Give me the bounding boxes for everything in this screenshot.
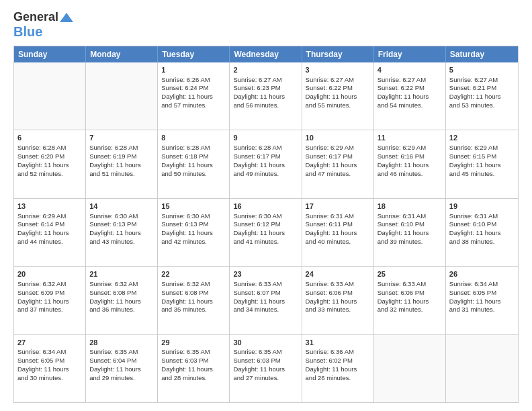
logo: General Blue — [13, 11, 73, 39]
logo-icon — [60, 13, 73, 22]
cell-info-line: Sunset: 6:06 PM — [378, 289, 442, 298]
day-number: 6 — [17, 133, 82, 143]
cell-info-line: and 42 minutes. — [161, 238, 226, 246]
logo-blue: Blue — [13, 24, 42, 39]
cell-info-line: Sunrise: 6:28 AM — [89, 144, 154, 152]
cell-info-line: Sunset: 6:03 PM — [161, 357, 226, 365]
calendar-week-3: 13Sunrise: 6:29 AMSunset: 6:14 PMDayligh… — [14, 199, 518, 267]
calendar-day-24: 24Sunrise: 6:33 AMSunset: 6:06 PMDayligh… — [302, 267, 374, 334]
day-header-friday: Friday — [374, 46, 446, 62]
cell-info-line: Sunrise: 6:29 AM — [17, 212, 82, 221]
cell-info-line: Daylight: 11 hours — [161, 161, 226, 170]
calendar-day-7: 7Sunrise: 6:28 AMSunset: 6:19 PMDaylight… — [86, 130, 158, 197]
cell-info-line: Sunrise: 6:27 AM — [233, 76, 298, 85]
calendar-day-5: 5Sunrise: 6:27 AMSunset: 6:21 PMDaylight… — [446, 62, 518, 130]
cell-info-line: Daylight: 11 hours — [378, 298, 442, 306]
cell-info-line: and 36 minutes. — [89, 306, 154, 314]
day-number: 2 — [233, 65, 298, 75]
day-number: 17 — [306, 201, 370, 212]
cell-info-line: Daylight: 11 hours — [233, 229, 298, 238]
day-number: 5 — [449, 65, 515, 75]
cell-info-line: Sunrise: 6:33 AM — [306, 280, 370, 289]
cell-info-line: Daylight: 11 hours — [161, 229, 226, 238]
cell-info-line: and 31 minutes. — [449, 306, 515, 314]
day-number: 15 — [161, 201, 226, 212]
cell-info-line: and 30 minutes. — [17, 374, 82, 383]
calendar-day-4: 4Sunrise: 6:27 AMSunset: 6:22 PMDaylight… — [374, 62, 446, 130]
cell-info-line: and 46 minutes. — [378, 170, 442, 179]
cell-info-line: Sunset: 6:11 PM — [306, 220, 370, 229]
cell-info-line: Sunset: 6:10 PM — [378, 220, 442, 229]
cell-info-line: and 50 minutes. — [161, 170, 226, 179]
cell-info-line: and 39 minutes. — [378, 238, 442, 246]
calendar-day-empty — [86, 62, 158, 130]
cell-info-line: and 47 minutes. — [306, 170, 370, 179]
cell-info-line: Sunrise: 6:32 AM — [17, 280, 82, 289]
cell-info-line: Sunrise: 6:33 AM — [233, 280, 298, 289]
page: General Blue SundayMondayTuesdayWednesda… — [0, 0, 532, 411]
cell-info-line: Daylight: 11 hours — [306, 161, 370, 170]
cell-info-line: Sunrise: 6:30 AM — [89, 212, 154, 221]
cell-info-line: Sunrise: 6:36 AM — [306, 348, 370, 357]
cell-info-line: Daylight: 11 hours — [233, 365, 298, 374]
cell-info-line: Daylight: 11 hours — [306, 365, 370, 374]
cell-info-line: Sunset: 6:06 PM — [306, 289, 370, 298]
cell-info-line: Sunrise: 6:28 AM — [161, 144, 226, 152]
cell-info-line: and 33 minutes. — [306, 306, 370, 314]
cell-info-line: Daylight: 11 hours — [378, 93, 442, 101]
cell-info-line: Sunrise: 6:34 AM — [449, 280, 515, 289]
cell-info-line: Sunrise: 6:31 AM — [378, 212, 442, 221]
calendar-day-17: 17Sunrise: 6:31 AMSunset: 6:11 PMDayligh… — [302, 199, 374, 266]
cell-info-line: Sunrise: 6:32 AM — [161, 280, 226, 289]
cell-info-line: and 38 minutes. — [449, 238, 515, 246]
cell-info-line: Daylight: 11 hours — [17, 365, 82, 374]
cell-info-line: Daylight: 11 hours — [89, 161, 154, 170]
cell-info-line: Sunrise: 6:27 AM — [378, 76, 442, 85]
cell-info-line: Sunrise: 6:29 AM — [449, 144, 515, 152]
calendar-day-26: 26Sunrise: 6:34 AMSunset: 6:05 PMDayligh… — [446, 267, 518, 334]
day-number: 13 — [17, 201, 82, 212]
day-header-sunday: Sunday — [14, 46, 86, 62]
cell-info-line: and 45 minutes. — [449, 170, 515, 179]
calendar-day-25: 25Sunrise: 6:33 AMSunset: 6:06 PMDayligh… — [374, 267, 446, 334]
day-number: 16 — [233, 201, 298, 212]
day-number: 9 — [233, 133, 298, 143]
cell-info-line: Sunset: 6:24 PM — [161, 84, 226, 93]
cell-info-line: and 35 minutes. — [161, 306, 226, 314]
cell-info-line: Sunrise: 6:27 AM — [449, 76, 515, 85]
day-header-saturday: Saturday — [446, 46, 518, 62]
cell-info-line: and 40 minutes. — [306, 238, 370, 246]
cell-info-line: and 26 minutes. — [306, 374, 370, 383]
cell-info-line: Sunset: 6:09 PM — [17, 289, 82, 298]
cell-info-line: Daylight: 11 hours — [161, 365, 226, 374]
calendar-day-18: 18Sunrise: 6:31 AMSunset: 6:10 PMDayligh… — [374, 199, 446, 266]
calendar-day-20: 20Sunrise: 6:32 AMSunset: 6:09 PMDayligh… — [14, 267, 86, 334]
day-number: 23 — [233, 269, 298, 279]
cell-info-line: Sunset: 6:10 PM — [449, 220, 515, 229]
day-number: 3 — [306, 65, 370, 75]
cell-info-line: Sunset: 6:08 PM — [161, 289, 226, 298]
calendar-week-4: 20Sunrise: 6:32 AMSunset: 6:09 PMDayligh… — [14, 267, 518, 334]
cell-info-line: and 44 minutes. — [17, 238, 82, 246]
day-number: 4 — [378, 65, 442, 75]
cell-info-line: and 43 minutes. — [89, 238, 154, 246]
day-number: 24 — [306, 269, 370, 279]
cell-info-line: Sunset: 6:05 PM — [449, 289, 515, 298]
calendar-day-23: 23Sunrise: 6:33 AMSunset: 6:07 PMDayligh… — [230, 267, 302, 334]
calendar-day-10: 10Sunrise: 6:29 AMSunset: 6:17 PMDayligh… — [302, 130, 374, 197]
cell-info-line: Sunset: 6:21 PM — [449, 84, 515, 93]
calendar-day-15: 15Sunrise: 6:30 AMSunset: 6:13 PMDayligh… — [158, 199, 230, 266]
cell-info-line: Sunset: 6:13 PM — [161, 220, 226, 229]
cell-info-line: Daylight: 11 hours — [449, 161, 515, 170]
day-number: 25 — [378, 269, 442, 279]
day-number: 28 — [89, 338, 154, 348]
cell-info-line: Sunset: 6:15 PM — [449, 152, 515, 161]
cell-info-line: Sunrise: 6:30 AM — [161, 212, 226, 221]
calendar-day-12: 12Sunrise: 6:29 AMSunset: 6:15 PMDayligh… — [446, 130, 518, 197]
cell-info-line: Daylight: 11 hours — [306, 298, 370, 306]
cell-info-line: and 55 minutes. — [306, 101, 370, 110]
calendar-day-27: 27Sunrise: 6:34 AMSunset: 6:05 PMDayligh… — [14, 335, 86, 402]
day-number: 8 — [161, 133, 226, 143]
cell-info-line: Daylight: 11 hours — [17, 161, 82, 170]
cell-info-line: Sunrise: 6:31 AM — [449, 212, 515, 221]
